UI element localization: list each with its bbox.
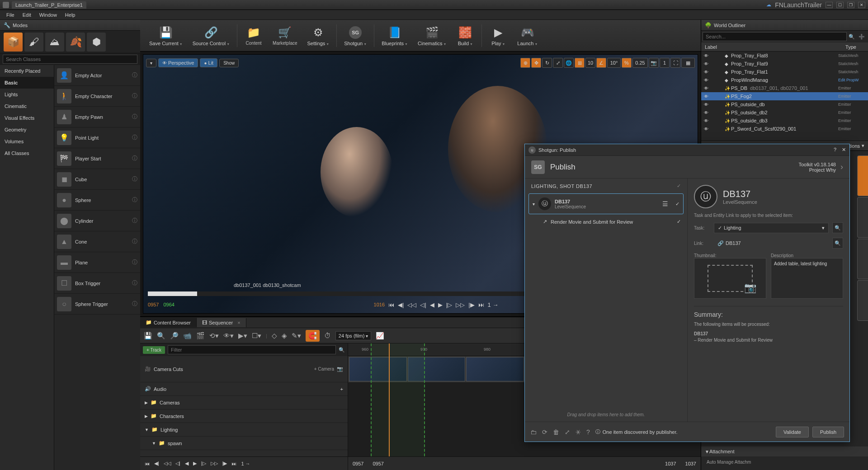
- marketplace-button[interactable]: 🛒Marketplace: [268, 24, 302, 47]
- actor-row[interactable]: ●Sphereⓘ: [54, 190, 140, 211]
- actor-row[interactable]: ○Sphere Triggerⓘ: [54, 294, 140, 315]
- transform-scale-icon[interactable]: ⤢: [553, 58, 563, 68]
- new-folder-icon[interactable]: 🗀: [530, 428, 537, 436]
- outliner-row[interactable]: 👁✨P_Sword_Cut_Scsf0290_001Emitter: [701, 125, 868, 133]
- find-icon[interactable]: 🔎: [170, 332, 179, 340]
- cat-geometry[interactable]: Geometry: [0, 124, 54, 136]
- thumbnail-dropzone[interactable]: 📷: [694, 258, 766, 299]
- goto-start-icon[interactable]: ⏮: [388, 301, 394, 308]
- sg-section-header[interactable]: LIGHTING, SHOT DB137✓: [525, 179, 687, 193]
- description-input[interactable]: Added table, latest lighting: [771, 258, 843, 299]
- maximize-viewport-icon[interactable]: ⛶: [670, 58, 680, 68]
- actor-row[interactable]: 👤Empty Actorⓘ: [54, 65, 140, 86]
- blueprints-button[interactable]: 📘Blueprints▼: [377, 24, 412, 48]
- outliner-row[interactable]: 👁✨PS_outside_db2Emitter: [701, 108, 868, 117]
- sg-help-icon[interactable]: ?: [834, 147, 836, 153]
- transform-move-icon[interactable]: ✥: [531, 58, 541, 68]
- collapse-icon[interactable]: ▾: [533, 202, 535, 207]
- cat-all-classes[interactable]: All Classes: [0, 147, 54, 159]
- edit-icon[interactable]: ✎▾: [292, 332, 301, 340]
- task-dropdown[interactable]: ✓Lighting▾: [714, 223, 829, 233]
- range-out2[interactable]: 1037: [685, 461, 696, 466]
- check-icon[interactable]: ✓: [675, 201, 679, 207]
- pb-fwd-icon[interactable]: ▶: [193, 461, 197, 466]
- outliner-row[interactable]: 👁✨PS_Fog2Emitter: [701, 92, 868, 100]
- browse-icon[interactable]: 🔍: [157, 332, 165, 340]
- close-button[interactable]: ✕: [858, 2, 865, 8]
- minimize-button[interactable]: —: [826, 2, 833, 8]
- actor-list[interactable]: 👤Empty Actorⓘ 🚶Empty Characterⓘ ♟Empty P…: [54, 65, 140, 470]
- goto-end-icon[interactable]: ⏭: [478, 301, 484, 308]
- viewport-layout-icon[interactable]: ▦: [681, 58, 695, 68]
- actor-row[interactable]: ◼Cubeⓘ: [54, 169, 140, 190]
- details-tab-2[interactable]: [857, 197, 868, 238]
- pb-prevkey-icon[interactable]: ◀|: [154, 461, 159, 466]
- content-button[interactable]: 📁Content: [240, 24, 267, 47]
- autokey-icon[interactable]: ◈: [282, 332, 287, 340]
- actor-row[interactable]: ☐Box Triggerⓘ: [54, 273, 140, 294]
- step-fwd-icon[interactable]: ▷▷: [456, 301, 465, 308]
- sg-titlebar[interactable]: u Shotgun: Publish ? ✕: [525, 144, 849, 156]
- launch-button[interactable]: 🎮Launch▼: [513, 24, 542, 48]
- clapperboard-icon[interactable]: 🎬: [196, 332, 205, 340]
- range-in[interactable]: 0957: [353, 461, 363, 466]
- publish-button[interactable]: Publish: [812, 427, 844, 437]
- pb-stepback-icon[interactable]: ◁◁: [164, 461, 171, 466]
- show-dropdown[interactable]: Show: [219, 59, 239, 67]
- pb-end-icon[interactable]: ⏭: [231, 461, 236, 466]
- range-out[interactable]: 1037: [665, 461, 676, 466]
- sg-drop-zone[interactable]: Drag and drop items here to add them.: [525, 408, 687, 422]
- track-audio[interactable]: 🔊Audio+: [140, 382, 348, 396]
- actor-row[interactable]: 🏁Player Startⓘ: [54, 148, 140, 169]
- cat-lights[interactable]: Lights: [0, 89, 54, 100]
- step-back-icon[interactable]: ◁◁: [407, 301, 416, 308]
- snap-grid-value[interactable]: 10: [585, 58, 595, 68]
- snap-angle-value[interactable]: 10°: [607, 58, 621, 68]
- menu-edit[interactable]: Edit: [19, 11, 35, 19]
- key-all-icon[interactable]: ☐▾: [252, 332, 261, 340]
- place-mode-icon[interactable]: 📦: [4, 33, 23, 52]
- foliage-mode-icon[interactable]: 🍂: [66, 33, 85, 52]
- snap-toggle-icon[interactable]: 🧲: [306, 330, 320, 342]
- check-icon[interactable]: ✓: [677, 219, 681, 225]
- snap-scale-icon[interactable]: %: [622, 58, 632, 68]
- camera-speed-icon[interactable]: 📷: [649, 58, 659, 68]
- geometry-mode-icon[interactable]: ⬢: [87, 33, 106, 52]
- source-control-button[interactable]: 🔗Source Control▼: [188, 24, 234, 48]
- curve-editor-icon[interactable]: 📈: [376, 332, 384, 340]
- actor-row[interactable]: 💡Point Lightⓘ: [54, 127, 140, 148]
- collapse-icon[interactable]: ⚹: [576, 428, 581, 436]
- outliner-row[interactable]: 👁✨PS_DBdb0137_001, db0270_001Emitter: [701, 84, 868, 92]
- render-icon[interactable]: 📹: [183, 332, 192, 340]
- cat-volumes[interactable]: Volumes: [0, 136, 54, 147]
- track-filter-input[interactable]: [168, 345, 336, 354]
- build-button[interactable]: 🧱Build▼: [452, 24, 479, 48]
- outliner-search-input[interactable]: [703, 32, 847, 41]
- track-spawn[interactable]: ▼📁spawn: [140, 437, 348, 450]
- play-reverse-icon[interactable]: ◀: [430, 301, 434, 308]
- track-characters[interactable]: ▶📁Characters: [140, 409, 348, 423]
- check-icon[interactable]: ✓: [677, 183, 681, 189]
- pb-start-icon[interactable]: ⏮: [145, 461, 150, 466]
- window-tab[interactable]: Launch_Trailer_P_Enterprise1: [12, 1, 86, 9]
- tab-sequencer[interactable]: 🎞 Sequencer ×: [197, 318, 246, 327]
- landscape-mode-icon[interactable]: ⛰: [45, 33, 64, 52]
- coord-space-icon[interactable]: 🌐: [564, 58, 574, 68]
- pb-prevframe-icon[interactable]: ◁|: [175, 461, 180, 466]
- hamburger-icon[interactable]: ☰: [662, 200, 668, 207]
- outliner-search-icon[interactable]: 🔍: [847, 32, 857, 41]
- search-classes-input[interactable]: [3, 55, 137, 64]
- cinematics-button[interactable]: 🎬Cinematics▼: [413, 24, 451, 48]
- pb-nextkey-icon[interactable]: |▶: [222, 461, 227, 466]
- lit-dropdown[interactable]: ● Lit: [200, 58, 217, 67]
- key-icon[interactable]: ◇: [272, 332, 277, 340]
- viewport-menu[interactable]: ▾: [146, 59, 156, 67]
- menu-help[interactable]: Help: [61, 11, 79, 19]
- undo-history-icon[interactable]: ⟲▾: [209, 332, 219, 340]
- delete-icon[interactable]: 🗑: [553, 428, 559, 436]
- sg-close-icon[interactable]: ✕: [842, 147, 846, 153]
- snap-angle-icon[interactable]: ∠: [596, 58, 606, 68]
- next-key-icon[interactable]: |▶: [468, 301, 474, 308]
- fps-dropdown[interactable]: 24 fps (film) ▾: [335, 331, 371, 340]
- outliner-row[interactable]: 👁◆Prop_Tray_Flat9StaticMesh: [701, 60, 868, 68]
